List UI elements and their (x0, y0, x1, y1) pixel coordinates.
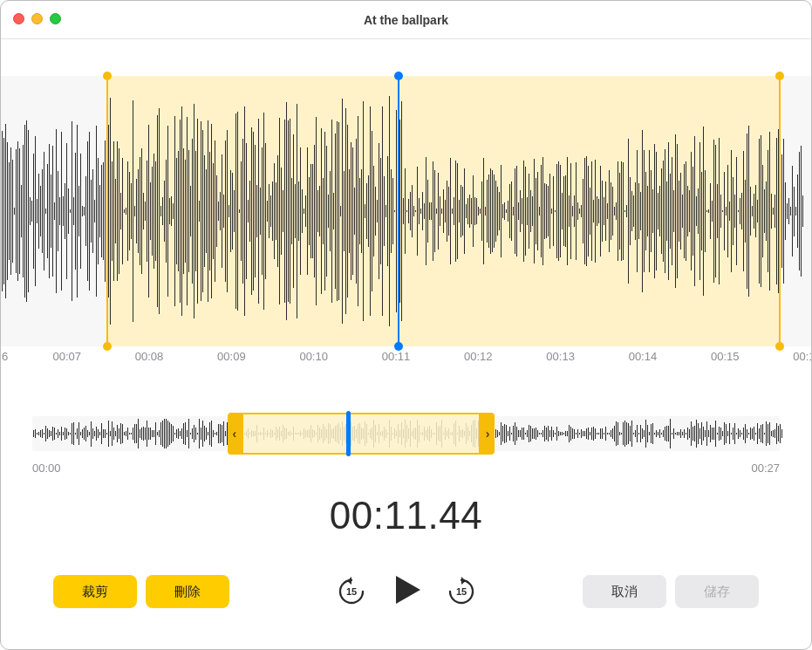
skip-back-15-button[interactable]: 15 (337, 577, 366, 606)
cancel-button[interactable]: 取消 (583, 575, 666, 608)
ruler-label: 6 (2, 350, 8, 363)
ruler-label: 00:12 (464, 350, 493, 363)
zoom-icon[interactable] (50, 13, 61, 24)
overview-handle-right[interactable]: › (481, 413, 495, 455)
time-ruler: 600:0700:0800:0900:1000:1100:1200:1300:1… (1, 350, 811, 373)
svg-text:15: 15 (455, 586, 466, 597)
transport-controls: 15 15 (337, 572, 476, 611)
confirm-buttons: 取消 儲存 (583, 575, 759, 608)
playhead[interactable] (398, 76, 399, 346)
trim-handle-right[interactable] (779, 76, 781, 346)
delete-button[interactable]: 刪除 (146, 575, 229, 608)
overview-times: 00:00 00:27 (32, 462, 780, 475)
skip-forward-icon: 15 (447, 577, 476, 606)
overview-playhead[interactable] (346, 411, 351, 456)
waveform-canvas (1, 76, 811, 346)
ruler-label: 00:15 (711, 350, 740, 363)
trim-handle-left[interactable] (106, 76, 108, 346)
play-icon (389, 572, 424, 607)
ruler-label: 00:10 (299, 350, 328, 363)
skip-back-icon: 15 (337, 577, 366, 606)
play-button[interactable] (389, 572, 424, 611)
ruler-label: 00:13 (546, 350, 575, 363)
controls-row: 裁剪 刪除 15 15 (1, 572, 811, 611)
ruler-label: 00:11 (382, 350, 411, 363)
ruler-label: 00:14 (629, 350, 658, 363)
chevron-right-icon: › (486, 427, 490, 441)
window-title: At the ballpark (1, 1, 811, 39)
ruler-label: 00:07 (52, 350, 81, 363)
edit-buttons: 裁剪 刪除 (53, 575, 229, 608)
skip-forward-15-button[interactable]: 15 (447, 577, 476, 606)
overview-start-time: 00:00 (32, 462, 61, 475)
svg-text:15: 15 (345, 586, 356, 597)
ruler-label: 00:16 (793, 350, 812, 363)
close-icon[interactable] (13, 13, 24, 24)
timecode-display: 00:11.44 (1, 494, 811, 537)
waveform-overview[interactable]: ‹ › (32, 407, 780, 460)
ruler-label: 00:09 (217, 350, 246, 363)
window: At the ballpark 600:0700:0800:0900:1000:… (0, 0, 812, 650)
chevron-left-icon: ‹ (233, 427, 237, 441)
overview-end-time: 00:27 (751, 462, 780, 475)
trim-button[interactable]: 裁剪 (53, 575, 137, 608)
minimize-icon[interactable] (31, 13, 43, 24)
save-button[interactable]: 儲存 (675, 575, 759, 608)
titlebar: At the ballpark (1, 1, 811, 39)
overview-handle-left[interactable]: ‹ (228, 413, 242, 455)
overview-selection (242, 413, 481, 455)
waveform-detail[interactable]: 600:0700:0800:0900:1000:1100:1200:1300:1… (1, 76, 811, 373)
ruler-label: 00:08 (135, 350, 164, 363)
window-controls (13, 13, 61, 24)
